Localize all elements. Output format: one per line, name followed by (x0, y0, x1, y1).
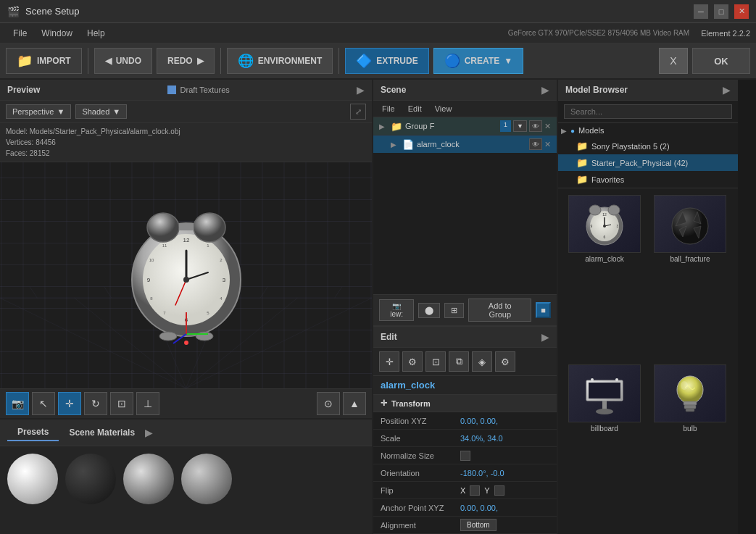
preset-ball-dark[interactable] (65, 454, 116, 504)
svg-text:11: 11 (162, 243, 167, 248)
edit-expand-button[interactable]: ▶ (541, 331, 549, 343)
presets-expand-button[interactable]: ▶ (145, 427, 153, 438)
undo-button[interactable]: ◀ UNDO (94, 48, 152, 74)
anchor-value[interactable]: 0.00, 0.00, (460, 504, 549, 512)
svg-rect-60 (686, 409, 694, 412)
group-visibility-btn[interactable]: 👁 (529, 120, 542, 132)
alarm-label: alarm_clock (417, 140, 526, 149)
position-value[interactable]: 0.00, 0.00, (460, 417, 549, 425)
draft-textures-checkbox[interactable] (167, 85, 176, 94)
alarm-visibility-btn[interactable]: 👁 (529, 138, 542, 150)
extrude-button[interactable]: 🔷 EXTRUDE (345, 48, 428, 74)
svg-point-57 (677, 376, 703, 404)
presets-tab[interactable]: Presets (7, 424, 59, 441)
mb-item-bulb[interactable]: bulb (647, 362, 733, 531)
environment-button[interactable]: 🌐 ENVIRONMENT (227, 48, 333, 74)
flip-x-checkbox[interactable] (470, 485, 480, 496)
preset-ball-chrome[interactable] (123, 454, 174, 504)
scene-menu-file[interactable]: File (379, 102, 398, 115)
scene-expand-button[interactable]: ▶ (541, 84, 549, 96)
model-browser-search-input[interactable] (564, 104, 732, 119)
flip-controls: X Y (460, 485, 504, 496)
scene-menu-view[interactable]: View (432, 102, 455, 115)
models-dot: ● (570, 127, 575, 135)
group-arrow: ▶ (379, 122, 388, 130)
element-version: Element 2.2.2 (701, 29, 750, 38)
svg-point-30 (147, 213, 179, 242)
scale-label: Scale (381, 434, 460, 443)
rotate-tool-button[interactable]: ↻ (84, 392, 107, 415)
sphere-btn[interactable]: ⬤ (418, 303, 440, 318)
morph-edit-btn[interactable]: ◈ (472, 351, 492, 372)
group-settings-btn[interactable]: ▼ (513, 120, 527, 132)
minimize-button[interactable]: ─ (694, 4, 708, 19)
preset-ball-white[interactable] (7, 454, 58, 504)
alignment-value[interactable]: Bottom (460, 519, 497, 531)
scale-tool-button[interactable]: ⊡ (110, 392, 133, 415)
shaded-dropdown[interactable]: Shaded ▼ (75, 104, 127, 119)
svg-point-50 (672, 208, 708, 244)
scene-materials-tab[interactable]: Scene Materials (59, 424, 145, 441)
svg-line-7 (30, 287, 37, 299)
3d-viewport[interactable]: 12 3 6 9 1 2 4 5 7 8 10 11 (0, 162, 372, 388)
normalize-checkbox[interactable] (460, 451, 470, 461)
menu-help[interactable]: Help (80, 25, 112, 41)
ball-thumb-bg (655, 196, 726, 252)
preview-expand-button[interactable]: ▶ (357, 84, 365, 96)
favorites-folder-icon: 📁 (576, 174, 588, 185)
add-to-group-button[interactable]: Add to Group (468, 299, 531, 322)
scale-edit-btn[interactable]: ⊡ (425, 351, 446, 372)
flip-y-checkbox[interactable] (494, 485, 504, 496)
group-badges: 1 ▼ 👁 ✕ (500, 120, 551, 132)
perspective-dropdown[interactable]: Perspective ▼ (6, 104, 71, 119)
fullscreen-button[interactable]: ⤢ (350, 104, 366, 120)
tree-item-alarm-clock[interactable]: ▶ 📄 alarm_clock 👁 ✕ (373, 135, 557, 153)
group-remove-btn[interactable]: ✕ (544, 120, 551, 132)
scene-menu-edit[interactable]: Edit (405, 102, 425, 115)
settings-edit-btn[interactable]: ⚙ (495, 351, 515, 372)
anchor-tool-button[interactable]: ⊥ (136, 392, 159, 415)
view-btn[interactable]: 📷 iew: (379, 299, 414, 321)
mb-tree-sony[interactable]: 📁 Sony Playstation 5 (2) (558, 138, 738, 154)
preset-ball-metal[interactable] (181, 454, 232, 504)
mb-item-alarm-clock[interactable]: 12 6 3 9 alarm_clock (562, 192, 647, 362)
tree-item-groupf[interactable]: ▶ 📁 Group F 1 ▼ 👁 ✕ (373, 117, 557, 135)
scene-panel: Scene ▶ File Edit View ▶ 📁 Group F 1 ▼ 👁… (373, 80, 558, 534)
orientation-value[interactable]: -180.0°, -0.0 (460, 469, 549, 477)
reset-view-button[interactable]: ⊙ (317, 392, 340, 415)
alarm-folder-icon: 📄 (402, 139, 414, 150)
svg-line-11 (335, 287, 342, 299)
mb-tree-starter-pack[interactable]: 📁 Starter_Pack_Physical (42) (558, 154, 738, 171)
create-button[interactable]: 🔵 CREATE ▼ (433, 48, 523, 74)
menubar: File Window Help GeForce GTX 970/PCIe/SS… (0, 23, 756, 43)
close-button[interactable]: ✕ (734, 4, 749, 19)
camera-tool-button[interactable]: 📷 (6, 392, 29, 415)
model-browser-title: Model Browser (565, 85, 628, 95)
toolbar-ok-button[interactable]: OK (692, 48, 750, 74)
maximize-button[interactable]: □ (714, 4, 728, 19)
import-button[interactable]: 📁 IMPORT (6, 48, 82, 74)
move-edit-btn[interactable]: ✛ (379, 351, 399, 372)
sony-label: Sony Playstation 5 (2) (591, 142, 670, 151)
select-tool-button[interactable]: ↖ (32, 392, 55, 415)
scale-value[interactable]: 34.0%, 34.0 (460, 434, 549, 443)
toolbar-close-button[interactable]: X (659, 48, 688, 74)
redo-button[interactable]: REDO ▶ (157, 48, 215, 74)
render-button[interactable]: ▲ (343, 392, 366, 415)
duplicate-edit-btn[interactable]: ⧉ (449, 351, 469, 372)
mb-tree-models-root[interactable]: ▶ ● Models (558, 123, 738, 138)
mb-item-ball-fracture[interactable]: ball_fracture (647, 192, 733, 362)
billboard-thumbnail (568, 364, 641, 422)
menu-window[interactable]: Window (34, 25, 80, 41)
menu-file[interactable]: File (6, 25, 34, 41)
model-browser-expand-button[interactable]: ▶ (723, 84, 731, 96)
rotate-edit-btn[interactable]: ⚙ (402, 351, 423, 372)
window-title: Scene Setup (25, 6, 694, 17)
mb-tree-favorites[interactable]: 📁 Favorites (558, 171, 738, 188)
mb-item-billboard[interactable]: billboard (562, 362, 647, 531)
grid-btn[interactable]: ⊞ (444, 303, 464, 318)
alarm-remove-btn[interactable]: ✕ (544, 138, 551, 150)
move-tool-button[interactable]: ✛ (58, 392, 81, 415)
anchor-row: Anchor Point XYZ 0.00, 0.00, (373, 499, 557, 517)
add-to-group-icon-btn[interactable]: ■ (536, 302, 551, 318)
